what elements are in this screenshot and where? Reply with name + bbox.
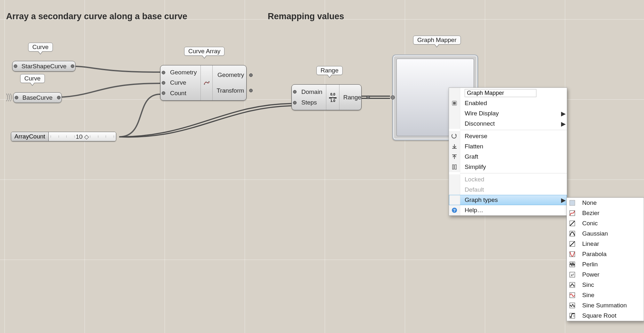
tag-curve-1: Curve	[28, 43, 53, 52]
menu-item-graft[interactable]: Graft	[449, 152, 567, 162]
blank-icon	[449, 119, 460, 129]
submenu-item-none[interactable]: None	[567, 198, 644, 208]
submenu-item-perlin[interactable]: Perlin	[567, 259, 644, 270]
graphtype-bezier-icon	[569, 210, 575, 216]
graphtype-none-icon	[569, 200, 575, 206]
menu-item-disconnect[interactable]: Disconnect▶	[449, 119, 567, 129]
menu-item-wire-display[interactable]: Wire Display▶	[449, 108, 567, 119]
input-domain[interactable]: Domain	[292, 88, 326, 96]
graphtype-parabola-icon	[569, 251, 575, 257]
submenu-item-bezier[interactable]: Bezier	[567, 208, 644, 218]
graphtype-power-icon: x²	[569, 271, 575, 278]
graphtype-sine-icon	[569, 292, 575, 298]
blank-icon	[449, 174, 460, 185]
graphtype-conic-icon	[569, 220, 575, 227]
menu-item-locked: Locked	[449, 174, 567, 185]
param-basecurve[interactable]: BaseCurve	[13, 92, 62, 103]
submenu-item-sine-summation[interactable]: Sine Summation	[567, 300, 644, 311]
node-range[interactable]: Domain Steps 0.0 ▬▪▬ 1.0 Range	[291, 84, 362, 110]
menu-item-help[interactable]: ? Help…	[449, 205, 567, 215]
svg-rect-7	[452, 154, 457, 155]
output-geometry[interactable]: Geometry	[214, 71, 254, 79]
menu-item-simplify[interactable]: Simplify	[449, 162, 567, 172]
tag-curve-array: Curve Array	[184, 47, 224, 56]
enabled-icon	[451, 100, 458, 106]
menu-separator	[460, 173, 567, 173]
submenu-arrow-icon: ▶	[560, 120, 567, 128]
submenu-graph-types[interactable]: None Bezier Conic Gaussian Linear Parabo…	[567, 197, 644, 321]
submenu-item-conic[interactable]: Conic	[567, 218, 644, 229]
node-icon: 0.0 ▬▪▬ 1.0	[326, 85, 339, 110]
svg-rect-8	[452, 165, 454, 169]
tag-range: Range	[316, 66, 343, 75]
slider-value: 10 ◇	[76, 133, 89, 140]
input-curve[interactable]: Curve	[160, 79, 190, 86]
menu-title-icon	[449, 88, 460, 98]
heading-right: Remapping values	[268, 12, 344, 21]
blank-icon	[449, 108, 460, 119]
input-count[interactable]: Count	[160, 90, 190, 97]
graphtype-sinc-icon	[569, 282, 575, 288]
svg-text:?: ?	[453, 208, 456, 213]
submenu-arrow-icon: ▶	[560, 110, 567, 117]
menu-item-enabled[interactable]: Enabled	[449, 98, 567, 108]
svg-point-3	[208, 81, 209, 82]
submenu-arrow-icon: ▶	[560, 196, 567, 204]
svg-rect-21	[570, 282, 575, 287]
param-starshapecurve[interactable]: StarShapeCurve	[12, 61, 76, 71]
graft-icon	[451, 154, 458, 160]
slider-label: ArrayCount	[11, 132, 49, 141]
menu-item-reverse[interactable]: Reverse	[449, 131, 567, 141]
svg-point-1	[206, 81, 207, 82]
reverse-icon	[451, 133, 458, 139]
node-curve-array[interactable]: Geometry Curve Count Geometry Transform	[160, 65, 247, 101]
tag-graph-mapper: Graph Mapper	[413, 36, 461, 45]
submenu-item-power[interactable]: x²Power	[567, 270, 644, 280]
basecurve-wire-flair	[6, 93, 13, 102]
menu-title-row[interactable]	[449, 88, 567, 98]
menu-item-graph-types[interactable]: Graph types▶	[449, 195, 567, 205]
output-transform[interactable]: Transform	[213, 87, 254, 94]
svg-rect-9	[455, 165, 456, 169]
submenu-item-sine[interactable]: Sine	[567, 290, 644, 300]
blank-icon	[449, 185, 460, 195]
heading-left: Array a secondary curve along a base cur…	[6, 12, 187, 21]
svg-rect-5	[453, 102, 456, 104]
menu-title-input[interactable]	[465, 89, 536, 97]
param-label: StarShapeCurve	[18, 62, 69, 71]
graphtype-sqrt-icon: x	[569, 312, 575, 319]
menu-separator	[460, 130, 567, 130]
menu-item-default: Default	[449, 185, 567, 195]
menu-item-flatten[interactable]: Flatten	[449, 141, 567, 152]
graphtype-linear-icon	[569, 241, 575, 247]
svg-point-2	[207, 82, 208, 83]
input-steps[interactable]: Steps	[292, 99, 321, 106]
output-range[interactable]: Range	[339, 94, 371, 101]
input-geometry[interactable]: Geometry	[160, 69, 200, 76]
submenu-item-gaussian[interactable]: Gaussian	[567, 229, 644, 239]
svg-text:x²: x²	[570, 273, 574, 277]
submenu-item-square-root[interactable]: xSquare Root	[567, 311, 644, 321]
graphtype-perlin-icon	[569, 261, 575, 268]
graphtype-gaussian-icon	[569, 230, 575, 237]
graphtype-sinesum-icon	[569, 302, 575, 309]
svg-text:x: x	[573, 314, 575, 317]
submenu-item-sinc[interactable]: Sinc	[567, 280, 644, 290]
svg-point-0	[204, 83, 205, 84]
context-menu[interactable]: Enabled Wire Display▶ Disconnect▶ Revers…	[449, 87, 567, 216]
flatten-icon	[451, 143, 458, 150]
tag-curve-2: Curve	[20, 74, 45, 83]
node-icon	[200, 65, 213, 100]
simplify-icon	[451, 164, 458, 170]
submenu-item-parabola[interactable]: Parabola	[567, 249, 644, 259]
param-label: BaseCurve	[19, 94, 56, 102]
submenu-item-linear[interactable]: Linear	[567, 239, 644, 249]
slider-arraycount[interactable]: ArrayCount 10 ◇	[11, 132, 116, 141]
slider-track[interactable]: 10 ◇	[49, 132, 116, 141]
blank-icon	[449, 195, 460, 205]
graph-mapper-input-grip[interactable]	[391, 96, 395, 100]
svg-rect-6	[452, 148, 457, 149]
help-icon: ?	[451, 207, 458, 213]
